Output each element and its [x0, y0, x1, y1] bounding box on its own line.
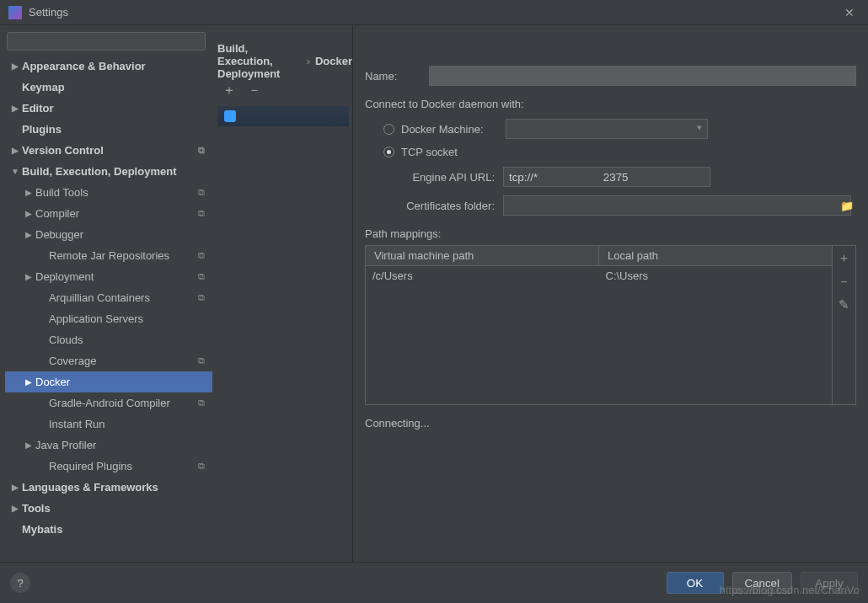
chevron-right-icon: ▶	[22, 230, 35, 239]
scope-badge-icon: ⧉	[196, 398, 207, 409]
docker-list-toolbar: ＋ －	[217, 80, 352, 106]
app-icon	[8, 6, 22, 19]
docker-machine-combo[interactable]	[506, 119, 708, 139]
search-input[interactable]	[7, 32, 206, 51]
col-vm-path: Virtual machine path	[366, 246, 599, 265]
sidebar-item-label: Tools	[22, 502, 207, 515]
sidebar-item-label: Editor	[22, 102, 207, 115]
engine-url-label: Engine API URL:	[402, 171, 495, 184]
docker-connection-item[interactable]	[217, 106, 349, 126]
chevron-right-icon: ▶	[8, 504, 22, 513]
sidebar-item-label: Instant Run	[49, 418, 207, 430]
name-label: Name:	[365, 70, 409, 83]
table-side-toolbar: ＋ － ✎	[832, 246, 855, 404]
chevron-right-icon: ▶	[22, 188, 35, 197]
connect-label: Connect to Docker daemon with:	[365, 98, 856, 110]
footer: ? OK Cancel Apply	[0, 562, 868, 603]
scope-badge-icon: ⧉	[196, 250, 207, 262]
sidebar-item-label: Docker	[35, 376, 207, 388]
sidebar-item-label: Arquillian Containers	[49, 291, 196, 304]
sidebar-item-tools[interactable]: ▶Tools	[5, 498, 212, 519]
add-mapping-button[interactable]: ＋	[833, 246, 855, 269]
sidebar-item-debugger[interactable]: ▶Debugger	[5, 224, 212, 245]
titlebar: Settings ✕	[0, 0, 868, 25]
edit-mapping-button[interactable]: ✎	[833, 293, 855, 317]
breadcrumb: Build, Execution, Deployment › Docker	[217, 32, 352, 80]
scope-badge-icon: ⧉	[196, 187, 207, 199]
sidebar-item-application-servers[interactable]: Application Servers	[5, 308, 212, 329]
add-button[interactable]: ＋	[222, 82, 236, 99]
sidebar-item-editor[interactable]: ▶Editor	[5, 98, 212, 119]
name-input[interactable]	[429, 66, 856, 86]
browse-folder-icon[interactable]: 📁	[838, 196, 856, 215]
table-header: Virtual machine path Local path	[366, 246, 832, 266]
docker-list-column: Build, Execution, Deployment › Docker ＋ …	[217, 25, 352, 562]
radio-tcp-socket[interactable]: TCP socket	[383, 146, 856, 158]
scope-badge-icon: ⧉	[196, 271, 207, 283]
sidebar-item-label: Deployment	[35, 270, 196, 283]
cancel-button[interactable]: Cancel	[732, 572, 793, 594]
sidebar-item-label: Java Profiler	[35, 439, 207, 451]
chevron-right-icon: ▶	[22, 209, 35, 218]
sidebar-item-keymap[interactable]: Keymap	[5, 77, 212, 98]
sidebar-item-coverage[interactable]: Coverage⧉	[5, 350, 212, 371]
sidebar-item-instant-run[interactable]: Instant Run	[5, 414, 212, 435]
breadcrumb-section: Build, Execution, Deployment	[217, 42, 302, 80]
sidebar-item-version-control[interactable]: ▶Version Control⧉	[5, 140, 212, 161]
sidebar-item-compiler[interactable]: ▶Compiler⧉	[5, 203, 212, 224]
breadcrumb-separator-icon: ›	[307, 55, 310, 67]
apply-button[interactable]: Apply	[801, 572, 858, 594]
sidebar-item-deployment[interactable]: ▶Deployment⧉	[5, 266, 212, 287]
sidebar-item-languages-frameworks[interactable]: ▶Languages & Frameworks	[5, 477, 212, 498]
sidebar-item-label: Plugins	[22, 123, 207, 136]
chevron-right-icon: ▶	[8, 483, 22, 492]
sidebar-item-label: Required Plugins	[49, 460, 196, 472]
scope-badge-icon: ⧉	[196, 145, 207, 157]
remove-mapping-button[interactable]: －	[833, 269, 855, 293]
breadcrumb-current: Docker	[315, 55, 352, 67]
table-row[interactable]: /c/Users C:\Users	[366, 266, 832, 286]
sidebar-item-java-profiler[interactable]: ▶Java Profiler	[5, 435, 212, 456]
sidebar-item-label: Coverage	[49, 355, 196, 367]
radio-label: Docker Machine:	[401, 123, 484, 136]
chevron-down-icon: ▼	[8, 167, 22, 176]
sidebar-item-build-execution-deployment[interactable]: ▼Build, Execution, Deployment	[5, 161, 212, 182]
chevron-right-icon: ▶	[22, 272, 35, 281]
col-local-path: Local path	[599, 246, 832, 265]
sidebar-item-mybatis[interactable]: Mybatis	[5, 519, 212, 540]
sidebar-item-docker[interactable]: ▶Docker	[5, 371, 212, 392]
sidebar-item-label: Build Tools	[35, 186, 196, 199]
main-panel: Name: Connect to Docker daemon with: Doc…	[352, 25, 868, 562]
chevron-right-icon: ▶	[8, 61, 22, 71]
path-mappings-label: Path mappings:	[365, 227, 856, 240]
sidebar-item-clouds[interactable]: Clouds	[5, 329, 212, 350]
scope-badge-icon: ⧉	[196, 461, 207, 472]
sidebar-item-plugins[interactable]: Plugins	[5, 119, 212, 140]
sidebar-item-label: Build, Execution, Deployment	[22, 165, 207, 178]
sidebar-item-label: Compiler	[35, 207, 196, 220]
path-mappings-table: Virtual machine path Local path /c/Users…	[365, 245, 856, 405]
sidebar-item-appearance-behavior[interactable]: ▶Appearance & Behavior	[5, 56, 212, 77]
cert-folder-input[interactable]	[503, 195, 851, 216]
radio-docker-machine[interactable]: Docker Machine:	[383, 119, 856, 139]
sidebar-item-build-tools[interactable]: ▶Build Tools⧉	[5, 182, 212, 203]
sidebar-item-label: Clouds	[49, 334, 207, 346]
help-button[interactable]: ?	[10, 573, 30, 593]
remove-button[interactable]: －	[248, 82, 261, 99]
cell-local: C:\Users	[599, 266, 833, 286]
cert-folder-label: Certificates folder:	[402, 200, 495, 212]
sidebar-item-label: Appearance & Behavior	[22, 60, 207, 72]
sidebar-item-label: Debugger	[35, 228, 207, 241]
sidebar-item-required-plugins[interactable]: Required Plugins⧉	[5, 456, 212, 477]
close-icon[interactable]: ✕	[839, 3, 860, 23]
ok-button[interactable]: OK	[667, 572, 724, 594]
chevron-right-icon: ▶	[8, 146, 22, 155]
cell-vm: /c/Users	[366, 266, 599, 286]
engine-url-row: Engine API URL:	[402, 167, 856, 187]
engine-url-input[interactable]	[503, 167, 710, 187]
sidebar-item-label: Version Control	[22, 144, 196, 157]
sidebar-item-remote-jar-repositories[interactable]: Remote Jar Repositories⧉	[5, 245, 212, 266]
chevron-right-icon: ▶	[8, 104, 22, 113]
sidebar-item-arquillian-containers[interactable]: Arquillian Containers⧉	[5, 287, 212, 308]
sidebar-item-gradle-android-compiler[interactable]: Gradle-Android Compiler⧉	[5, 392, 212, 414]
